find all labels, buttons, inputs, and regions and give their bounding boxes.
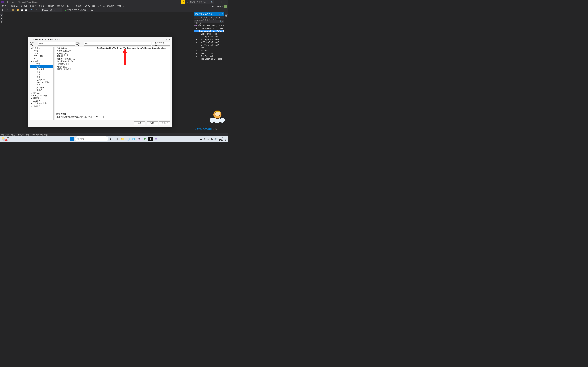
prop-tree-node[interactable]: 系统 [30,73,53,76]
prop-tree-node[interactable]: ▸自定义生成步骤 [30,102,53,105]
menu-9[interactable]: Qt VS Tools [84,4,96,8]
taskbar-explorer[interactable]: 📁 [120,137,125,141]
menu-3[interactable]: 项目(P) [28,4,37,8]
taskbar-terminal[interactable]: ▋ [148,137,153,141]
sol-sync-button[interactable]: ⟳ [208,16,211,19]
prop-row[interactable]: 延迟加载的 DLL [55,65,170,68]
save-all-button[interactable]: 💾 [24,8,28,12]
project-node[interactable]: ▸▪ConsoleAppExportValTest2 [194,30,224,33]
taskbar-edge[interactable]: 🌐 [126,137,130,141]
project-node[interactable]: ▸▪ConsoleAppExportValTest [194,27,224,30]
restore-button[interactable]: ❐ [219,0,223,4]
menu-0[interactable]: 文件(F) [1,4,10,8]
project-node[interactable]: ▸▪TestExportVal_Declspec [194,58,224,60]
sol-back-button[interactable]: ◌ [194,16,197,19]
project-node[interactable]: ▸▪MFCAppTestExport2 [194,38,224,41]
prop-tree-node[interactable]: 调试 [30,52,53,55]
vtab-toolbox[interactable]: 工具箱 [0,12,3,15]
apply-button[interactable]: 应用(A) [159,121,171,125]
menu-6[interactable]: 团队(M) [56,4,65,8]
taskbar-store[interactable]: 🧊 [131,137,136,141]
project-node[interactable]: ▸▪TestExportDef [194,52,224,55]
dialog-titlebar[interactable]: ConsoleAppExportValTest2 属性页 ? ✕ [28,37,172,42]
prop-row[interactable]: 强制符号引用 [55,63,170,65]
prop-tree-node[interactable]: ▸XML 文档生成器 [30,94,53,97]
prop-row[interactable]: 嵌入托管资源文件 [55,60,170,63]
prop-tree-node[interactable]: 命令行 [30,89,53,92]
dialog-close-button[interactable]: ✕ [169,38,171,41]
prop-row[interactable]: 附加依赖项TestExportVal.lib;TestExportVal_Dec… [55,47,170,50]
tray-clock[interactable]: 15:01 2023/4/6 [218,137,226,141]
sol-properties-button[interactable]: ⋯ [221,16,224,19]
minimize-button[interactable]: ─ [214,0,219,4]
user-avatar[interactable]: L [224,5,226,8]
sol-home-button[interactable]: ⌂ [200,16,203,19]
prop-row[interactable]: 程序集链接资源 [55,68,170,71]
taskbar-copilot[interactable]: ⬡ [109,137,114,141]
menu-5[interactable]: 调试(D) [46,4,56,8]
prop-tree-node[interactable]: ▸生成事件 [30,100,53,102]
menu-1[interactable]: 编辑(E) [10,4,19,8]
prop-tree-node[interactable]: ▾链接器 [30,60,53,63]
forward-nav-button[interactable]: ◌ [6,8,9,12]
misc-tool-button[interactable]: 🗂 [90,8,94,12]
start-button[interactable] [70,137,74,141]
panel-pin-icon[interactable]: 📌 [218,13,221,15]
taskbar-vs-2[interactable]: ∞ [154,137,158,141]
sol-forward-button[interactable]: ◌ [197,16,200,19]
sol-tab-team[interactable]: 团队 [213,128,217,131]
prop-tree-node[interactable]: 常规 [30,50,53,52]
taskbar-vs[interactable]: ∞ [137,137,142,141]
prop-tree-node[interactable]: ▾配置属性 [30,47,53,50]
sol-switch-view-button[interactable]: ▥ [203,16,206,19]
prop-tree-node[interactable]: ▸代码分析 [30,105,53,107]
prop-row[interactable]: 忽略所有默认库 [55,50,170,52]
tray-chevron-icon[interactable]: ˄ [197,138,198,140]
menu-10[interactable]: 分析(N) [96,4,106,8]
menu-7[interactable]: 工具(T) [65,4,74,8]
prop-row[interactable]: 模块定义文件 [55,55,170,58]
tray-network-icon[interactable]: 🖧 [211,138,213,140]
prop-tree-node[interactable]: 常规 [30,63,53,65]
project-node[interactable]: ▸▪TestExportVal [194,55,224,58]
property-grid[interactable]: 附加依赖项TestExportVal.lib;TestExportVal_Dec… [55,47,171,112]
solution-config-combo[interactable]: Debug [41,8,49,12]
platform-combo[interactable]: x64 [84,42,151,46]
config-manager-button[interactable]: 配置管理器(O)... [152,42,171,46]
menu-8[interactable]: 测试(S) [74,4,84,8]
property-category-tree[interactable]: ▾配置属性常规调试VC++ 目录▸C/C++▾链接器常规输入清单文件调试系统优化… [30,47,54,120]
sol-tab-solution-explorer[interactable]: 解决方案资源管理器 [194,128,212,131]
back-nav-button[interactable]: ◉ [1,8,4,12]
taskbar-taskview[interactable]: ▥ [115,137,119,141]
vtab-properties[interactable]: 属性 [225,12,228,15]
menu-12[interactable]: 帮助(H) [115,4,125,8]
sol-collapse-button[interactable]: ⧉ [216,16,218,19]
config-combo[interactable]: Debug [38,42,75,46]
panel-close-icon[interactable]: ✕ [221,13,223,15]
start-debug-button[interactable]: ▶ 本地 Windows 调试器 ▾ [64,8,88,12]
taskbar-weather[interactable]: 1 28°C 阴 [0,137,13,142]
tray-onedrive-icon[interactable]: ☁ [200,138,202,140]
prop-tree-node[interactable]: ▸清单工具 [30,92,53,94]
prop-tree-node[interactable]: 调试 [30,71,53,73]
prop-tree-node[interactable]: 优化 [30,76,53,78]
taskbar-search[interactable]: 🔍 搜索 [75,136,108,142]
dialog-help-button[interactable]: ? [166,38,167,41]
prop-tree-node[interactable]: Windows 元数据 [30,81,53,84]
close-button[interactable]: ✕ [223,0,228,4]
sol-showall-button[interactable]: ▦ [218,16,221,19]
prop-tree-node[interactable]: 嵌入的 IDL [30,78,53,81]
prop-tree-node[interactable]: ▸C/C++ [30,58,53,60]
sol-refresh-button[interactable]: ↻ [212,16,215,19]
prop-row[interactable]: 将模块添加到程序集 [55,58,170,60]
prop-tree-node[interactable]: VC++ 目录 [30,55,53,58]
project-node[interactable]: ▸▪MFCAppTestExport4 [194,44,224,46]
tray-ime-mode[interactable]: 五 [207,138,209,140]
feedback-button[interactable]: ☺ [185,0,189,4]
solution-platform-combo[interactable]: x64 [49,8,62,12]
tray-volume-icon[interactable]: 🔊 [215,138,217,140]
quick-launch-search[interactable]: 快速启动 (Ctrl+Q) 🔍 [190,0,214,4]
taskbar-app-green[interactable]: ◩ [143,137,147,141]
prop-tree-node[interactable]: 所有选项 [30,86,53,89]
new-project-button[interactable]: ▤ [11,8,15,12]
